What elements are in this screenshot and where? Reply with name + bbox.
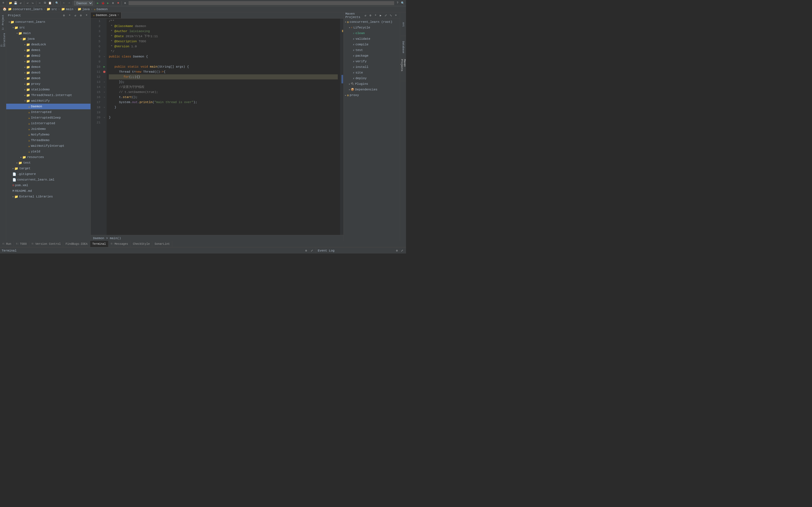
right-tab-art[interactable]: Art: [400, 13, 406, 36]
nav-main[interactable]: 📁 main: [61, 7, 73, 11]
list-item[interactable]: 📄 .gitignore: [6, 171, 91, 177]
list-item[interactable]: ☕ Interrupted: [6, 109, 91, 115]
fold-indicator[interactable]: ▾: [103, 91, 105, 94]
fold-indicator[interactable]: ▾: [103, 96, 105, 99]
bottom-tab-messages[interactable]: 0: Messages: [109, 241, 131, 247]
help-icon[interactable]: ?: [395, 1, 400, 5]
list-item[interactable]: 📁 demo4: [6, 64, 91, 70]
maven-goal-install[interactable]: ⚡ install: [344, 64, 400, 70]
bottom-tab-todo[interactable]: 6: TODO: [14, 241, 29, 247]
editor[interactable]: 1 2 3 4 5 6 7 8 9 10 11 12 13 14 15 16 1: [91, 18, 343, 235]
list-item[interactable]: 📁 proxy: [6, 81, 91, 87]
paste-icon[interactable]: 📋: [48, 1, 52, 5]
add-icon[interactable]: +: [373, 13, 378, 18]
right-tab-database[interactable]: Database: [400, 36, 406, 59]
settings-icon[interactable]: ⚙: [368, 13, 373, 18]
refresh-icon[interactable]: ↺: [363, 13, 368, 18]
terminal-maximize-icon[interactable]: ⤢: [310, 248, 314, 253]
list-item[interactable]: m pom.xml: [6, 182, 91, 188]
settings-icon[interactable]: ⚙: [123, 1, 128, 5]
sync-icon[interactable]: ↺: [18, 1, 23, 5]
bottom-tab-findbugs[interactable]: FindBugs-IDEA: [63, 241, 90, 247]
gear-icon[interactable]: ⚙: [79, 13, 83, 18]
list-item[interactable]: ☕ NotyfyDemo: [6, 132, 91, 137]
list-item[interactable]: 📁 demo5: [6, 70, 91, 75]
maven-goal-package[interactable]: ⚡ package: [344, 53, 400, 59]
list-item[interactable]: ☕ WaitNotifyInterupt: [6, 143, 91, 149]
list-item[interactable]: 📄 concurrent_learn.iml: [6, 177, 91, 182]
maven-goal-compile[interactable]: ⚡ compile: [344, 42, 400, 47]
maven-dependencies[interactable]: 📦 Dependencies: [344, 87, 400, 93]
list-item[interactable]: ☕ isInterrupted: [6, 121, 91, 126]
forward-icon[interactable]: →: [67, 1, 71, 5]
maven-goal-clean[interactable]: ⚡ clean: [344, 31, 400, 36]
sidebar-tab-structure[interactable]: 2: Structure: [0, 31, 6, 47]
find-icon[interactable]: 🔍: [55, 1, 59, 5]
home-icon[interactable]: 🏠: [2, 7, 7, 11]
chevron-icon[interactable]: »: [394, 13, 398, 18]
sync-icon[interactable]: ↺: [73, 13, 78, 18]
stop-icon[interactable]: ■: [116, 1, 120, 5]
nav-src[interactable]: 📁 src: [47, 7, 57, 11]
bottom-tab-vcs[interactable]: 9: Version Control: [29, 241, 63, 247]
bottom-tab-checkstyle[interactable]: CheckStyle: [131, 241, 152, 247]
save-icon[interactable]: 💾: [13, 1, 18, 5]
right-tab-maven[interactable]: Maven Projects: [400, 59, 406, 81]
maven-plugins[interactable]: 🔌 Plugins: [344, 81, 400, 87]
search-icon[interactable]: 🔍: [400, 1, 405, 5]
run-gutter-icon[interactable]: ▶: [103, 65, 105, 68]
collapse-all-icon[interactable]: ⤡: [389, 13, 393, 18]
copy-icon[interactable]: ⧉: [43, 1, 47, 5]
terminal-settings-icon[interactable]: ⚙: [304, 248, 308, 253]
menu-icon[interactable]: ≡: [1, 1, 6, 5]
redo-icon[interactable]: ↪: [31, 1, 35, 5]
list-item[interactable]: 📁 demo1: [6, 47, 91, 53]
nav-java[interactable]: 📁 java: [78, 7, 90, 11]
profile-icon[interactable]: ⚙: [111, 1, 115, 5]
list-item[interactable]: ☕ InterruptedSleep: [6, 115, 91, 121]
run-config-dropdown[interactable]: Daemon: [74, 1, 93, 5]
run-maven-icon[interactable]: ▶: [378, 13, 383, 18]
coverage-icon[interactable]: ▶: [106, 1, 110, 5]
add-icon[interactable]: +: [67, 13, 72, 18]
list-item[interactable]: M README.md: [6, 188, 91, 194]
bottom-tab-terminal[interactable]: Terminal: [90, 241, 109, 247]
maven-root[interactable]: ⚙ concurrent_learn (root): [344, 19, 400, 25]
list-item[interactable]: 📁 demo3: [6, 59, 91, 64]
settings-icon[interactable]: ⚙: [62, 13, 66, 18]
event-settings-icon[interactable]: ⚙: [395, 248, 399, 253]
list-item[interactable]: 📁 target: [6, 166, 91, 171]
list-item[interactable]: 📁 demo6: [6, 75, 91, 81]
maven-goal-verify[interactable]: ⚡ verify: [344, 59, 400, 64]
code-area[interactable]: /** * @ClassName daemon * @Author laixia…: [107, 18, 340, 235]
list-item[interactable]: 📁 test: [6, 160, 91, 166]
close-icon[interactable]: ×: [84, 13, 89, 18]
fold-indicator[interactable]: ▾: [103, 80, 105, 83]
fold-indicator[interactable]: ▾: [103, 116, 105, 119]
list-item[interactable]: ☕ yield: [6, 149, 91, 154]
tab-close-icon[interactable]: ×: [117, 14, 119, 17]
maven-goal-test[interactable]: ⚡ test: [344, 47, 400, 53]
debug-icon[interactable]: 🐞: [101, 1, 105, 5]
list-item[interactable]: 📁 src: [6, 25, 91, 31]
bottom-tab-run[interactable]: 4: Run: [0, 241, 14, 247]
sidebar-tab-project[interactable]: 1: Project: [0, 13, 6, 31]
bottom-tab-sonarlint[interactable]: SonarLint: [152, 241, 172, 247]
list-item[interactable]: 📁 java: [6, 36, 91, 42]
back-icon[interactable]: ←: [62, 1, 66, 5]
maven-goal-site[interactable]: ⚡ site: [344, 70, 400, 75]
maven-lifecycle-group[interactable]: ⚡ Lifecycle: [344, 25, 400, 31]
list-item[interactable]: 📁 resources: [6, 154, 91, 160]
folder-icon[interactable]: 📁: [8, 1, 13, 5]
list-item[interactable]: 📁 deadLock: [6, 42, 91, 47]
breakpoint-icon[interactable]: [103, 71, 105, 73]
event-maximize-icon[interactable]: ⤢: [400, 248, 404, 253]
fold-indicator[interactable]: ▾: [103, 106, 105, 109]
fold-indicator[interactable]: ▾: [103, 55, 105, 58]
fold-indicator[interactable]: ▾: [103, 86, 105, 89]
list-item[interactable]: ☕ JoinDemo: [6, 126, 91, 132]
cut-icon[interactable]: ✂: [38, 1, 42, 5]
maven-goal-validate[interactable]: ⚡ validate: [344, 36, 400, 42]
list-item[interactable]: 📁 staticdemo: [6, 87, 91, 93]
run-icon[interactable]: ▶: [96, 1, 100, 5]
